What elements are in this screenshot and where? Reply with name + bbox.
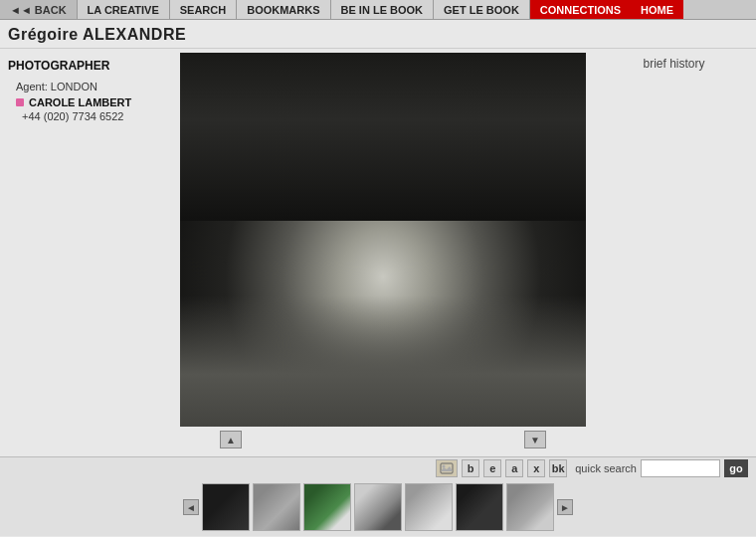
- home-nav[interactable]: HOME: [631, 0, 683, 19]
- connections-label: CONNECTIONS: [540, 4, 621, 16]
- agent-phone: +44 (020) 7734 6522: [22, 110, 166, 122]
- svg-point-2: [443, 465, 446, 468]
- e-type-btn[interactable]: e: [483, 459, 501, 477]
- svg-rect-0: [441, 463, 453, 473]
- quick-search-input[interactable]: [641, 459, 720, 477]
- x-type-btn[interactable]: x: [527, 459, 545, 477]
- back-button[interactable]: ◄◄ BACK: [0, 0, 78, 19]
- be-in-le-book-nav[interactable]: BE IN LE BOOK: [331, 0, 435, 19]
- center-panel: ▲ ▼: [174, 49, 592, 456]
- bookmarks-nav[interactable]: BOOKMARKS: [237, 0, 330, 19]
- home-label: HOME: [641, 4, 673, 16]
- agent-city: Agent: LONDON: [16, 81, 166, 92]
- role-label: PHOTOGRAPHER: [8, 59, 166, 73]
- down-arrow-button[interactable]: ▼: [524, 431, 546, 448]
- thumbnail-7[interactable]: [506, 483, 554, 531]
- up-arrow-button[interactable]: ▲: [220, 431, 242, 448]
- up-arrow-icon: ▲: [226, 435, 236, 446]
- thumbnail-4[interactable]: [354, 483, 402, 531]
- thumbnail-6[interactable]: [456, 483, 503, 531]
- main-image: [180, 53, 586, 427]
- navbar: ◄◄ BACK LA CREATIVE SEARCH BOOKMARKS BE …: [0, 0, 756, 20]
- left-panel: PHOTOGRAPHER Agent: LONDON CAROLE LAMBER…: [0, 49, 174, 456]
- get-le-book-nav[interactable]: GET LE BOOK: [434, 0, 530, 19]
- thumbnail-nav: ◄ ►: [0, 479, 756, 533]
- agent-dot-icon: [16, 98, 24, 106]
- right-panel: brief history: [592, 49, 756, 456]
- bk-type-btn[interactable]: bk: [549, 459, 567, 477]
- corridor-image: [180, 53, 586, 427]
- thumbnail-2[interactable]: [253, 483, 300, 531]
- next-thumb-button[interactable]: ►: [557, 499, 573, 515]
- connections-nav[interactable]: CONNECTIONS: [530, 0, 631, 19]
- image-search-icon-btn[interactable]: [436, 459, 458, 477]
- la-creative-nav[interactable]: LA CREATIVE: [78, 0, 170, 19]
- page-title: Grégoire ALEXANDRE: [8, 26, 748, 44]
- main-image-container[interactable]: [180, 53, 586, 427]
- la-creative-label: LA CREATIVE: [88, 4, 159, 16]
- search-label: SEARCH: [180, 4, 226, 16]
- be-in-le-book-label: BE IN LE BOOK: [341, 4, 424, 16]
- next-arrow-icon: ►: [560, 502, 570, 513]
- thumbnail-3[interactable]: [303, 483, 351, 531]
- prev-thumb-button[interactable]: ◄: [183, 499, 199, 515]
- back-label: ◄◄ BACK: [10, 4, 67, 16]
- title-bar: Grégoire ALEXANDRE: [0, 20, 756, 49]
- go-button[interactable]: go: [724, 459, 748, 477]
- agent-name-row: CAROLE LAMBERT: [16, 96, 166, 108]
- up-down-nav: ▲ ▼: [180, 427, 586, 452]
- a-type-btn[interactable]: a: [505, 459, 523, 477]
- get-le-book-label: GET LE BOOK: [444, 4, 519, 16]
- thumbnail-1[interactable]: [202, 483, 250, 531]
- search-nav[interactable]: SEARCH: [170, 0, 237, 19]
- image-icon: [440, 462, 454, 474]
- thumbnail-5[interactable]: [405, 483, 453, 531]
- bookmarks-label: BOOKMARKS: [247, 4, 319, 16]
- prev-arrow-icon: ◄: [186, 502, 196, 513]
- brief-history-label[interactable]: brief history: [600, 57, 748, 71]
- bottom-section: b e a x bk quick search go ◄ ►: [0, 456, 756, 536]
- main-content: PHOTOGRAPHER Agent: LONDON CAROLE LAMBER…: [0, 49, 756, 456]
- quick-search-label: quick search: [575, 462, 637, 474]
- b-type-btn[interactable]: b: [462, 459, 479, 477]
- down-arrow-icon: ▼: [530, 435, 540, 446]
- agent-name: CAROLE LAMBERT: [29, 96, 131, 108]
- search-row: b e a x bk quick search go: [0, 457, 756, 479]
